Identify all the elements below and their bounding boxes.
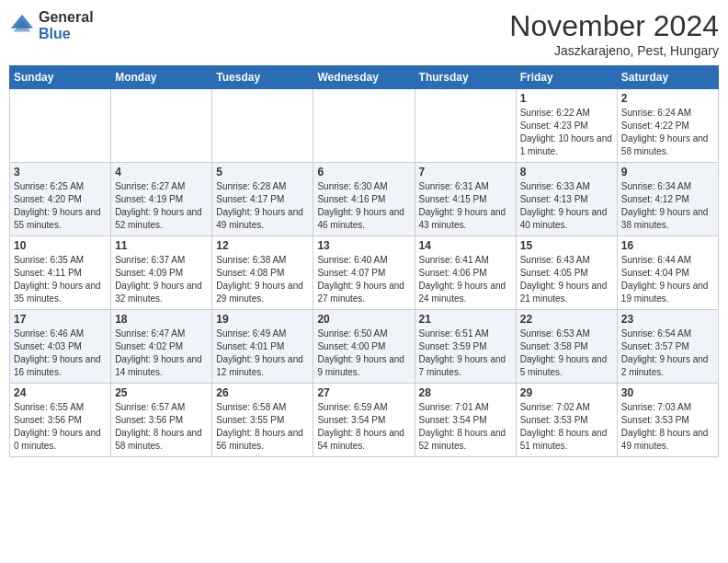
calendar-cell: 12Sunrise: 6:38 AM Sunset: 4:08 PM Dayli…	[212, 236, 313, 310]
day-number: 28	[419, 386, 512, 399]
month-title: November 2024	[509, 9, 719, 43]
day-info: Sunrise: 7:01 AM Sunset: 3:54 PM Dayligh…	[419, 401, 512, 453]
day-info: Sunrise: 6:28 AM Sunset: 4:17 PM Dayligh…	[216, 180, 309, 232]
day-info: Sunrise: 6:37 AM Sunset: 4:09 PM Dayligh…	[115, 254, 208, 305]
day-number: 16	[621, 239, 714, 252]
day-number: 18	[115, 313, 208, 326]
logo-blue: Blue	[39, 26, 94, 42]
day-info: Sunrise: 7:02 AM Sunset: 3:53 PM Dayligh…	[520, 401, 613, 453]
calendar-cell: 24Sunrise: 6:55 AM Sunset: 3:56 PM Dayli…	[10, 384, 111, 457]
day-info: Sunrise: 6:54 AM Sunset: 3:57 PM Dayligh…	[621, 327, 714, 379]
day-number: 10	[14, 239, 107, 252]
day-number: 14	[419, 239, 512, 252]
day-number: 25	[115, 386, 208, 399]
calendar-cell: 3Sunrise: 6:25 AM Sunset: 4:20 PM Daylig…	[10, 163, 111, 236]
day-info: Sunrise: 6:50 AM Sunset: 4:00 PM Dayligh…	[317, 327, 410, 379]
day-number: 11	[115, 239, 208, 252]
weekday-header: Wednesday	[313, 66, 415, 89]
day-info: Sunrise: 6:49 AM Sunset: 4:01 PM Dayligh…	[216, 327, 309, 379]
day-info: Sunrise: 6:44 AM Sunset: 4:04 PM Dayligh…	[621, 254, 714, 305]
logo: General Blue	[9, 9, 94, 41]
day-number: 6	[317, 166, 410, 178]
day-info: Sunrise: 6:34 AM Sunset: 4:12 PM Dayligh…	[621, 180, 714, 232]
logo-icon	[9, 13, 35, 39]
day-info: Sunrise: 6:47 AM Sunset: 4:02 PM Dayligh…	[115, 327, 208, 379]
calendar-cell	[111, 89, 212, 163]
day-info: Sunrise: 6:22 AM Sunset: 4:23 PM Dayligh…	[520, 107, 613, 158]
day-info: Sunrise: 6:53 AM Sunset: 3:58 PM Dayligh…	[520, 327, 613, 379]
calendar-week-row: 1Sunrise: 6:22 AM Sunset: 4:23 PM Daylig…	[10, 89, 719, 163]
day-number: 13	[317, 239, 410, 252]
day-number: 3	[14, 166, 107, 178]
calendar-cell: 8Sunrise: 6:33 AM Sunset: 4:13 PM Daylig…	[516, 163, 617, 236]
day-number: 15	[520, 239, 613, 252]
calendar-table: SundayMondayTuesdayWednesdayThursdayFrid…	[9, 65, 719, 457]
day-info: Sunrise: 6:30 AM Sunset: 4:16 PM Dayligh…	[317, 180, 410, 232]
day-info: Sunrise: 7:03 AM Sunset: 3:53 PM Dayligh…	[621, 401, 714, 453]
day-number: 5	[216, 166, 309, 178]
calendar-cell	[415, 89, 516, 163]
day-info: Sunrise: 6:31 AM Sunset: 4:15 PM Dayligh…	[419, 180, 512, 232]
day-info: Sunrise: 6:40 AM Sunset: 4:07 PM Dayligh…	[317, 254, 410, 305]
day-number: 23	[621, 313, 714, 326]
calendar-cell: 9Sunrise: 6:34 AM Sunset: 4:12 PM Daylig…	[617, 163, 718, 236]
day-info: Sunrise: 6:24 AM Sunset: 4:22 PM Dayligh…	[621, 107, 714, 158]
day-number: 27	[317, 386, 410, 399]
calendar-cell: 26Sunrise: 6:58 AM Sunset: 3:55 PM Dayli…	[212, 384, 313, 457]
day-info: Sunrise: 6:33 AM Sunset: 4:13 PM Dayligh…	[520, 180, 613, 232]
calendar-cell: 21Sunrise: 6:51 AM Sunset: 3:59 PM Dayli…	[415, 310, 516, 384]
calendar-week-row: 17Sunrise: 6:46 AM Sunset: 4:03 PM Dayli…	[10, 310, 719, 384]
day-info: Sunrise: 6:59 AM Sunset: 3:54 PM Dayligh…	[317, 401, 410, 453]
page-header: General Blue November 2024 Jaszkarajeno,…	[9, 9, 719, 58]
calendar-cell: 22Sunrise: 6:53 AM Sunset: 3:58 PM Dayli…	[516, 310, 617, 384]
day-number: 12	[216, 239, 309, 252]
weekday-header: Friday	[516, 66, 617, 89]
calendar-cell: 17Sunrise: 6:46 AM Sunset: 4:03 PM Dayli…	[10, 310, 111, 384]
calendar-cell: 29Sunrise: 7:02 AM Sunset: 3:53 PM Dayli…	[516, 384, 617, 457]
day-number: 24	[14, 386, 107, 399]
day-number: 22	[520, 313, 613, 326]
day-number: 19	[216, 313, 309, 326]
day-number: 2	[621, 92, 714, 105]
weekday-header: Tuesday	[212, 66, 313, 89]
calendar-cell: 5Sunrise: 6:28 AM Sunset: 4:17 PM Daylig…	[212, 163, 313, 236]
calendar-cell: 19Sunrise: 6:49 AM Sunset: 4:01 PM Dayli…	[212, 310, 313, 384]
day-number: 20	[317, 313, 410, 326]
calendar-cell: 15Sunrise: 6:43 AM Sunset: 4:05 PM Dayli…	[516, 236, 617, 310]
day-number: 30	[621, 386, 714, 399]
location: Jaszkarajeno, Pest, Hungary	[509, 43, 719, 58]
day-info: Sunrise: 6:57 AM Sunset: 3:56 PM Dayligh…	[115, 401, 208, 453]
day-info: Sunrise: 6:27 AM Sunset: 4:19 PM Dayligh…	[115, 180, 208, 232]
calendar-cell	[313, 89, 415, 163]
logo-general: General	[39, 9, 94, 26]
calendar-cell: 18Sunrise: 6:47 AM Sunset: 4:02 PM Dayli…	[111, 310, 212, 384]
weekday-header: Thursday	[415, 66, 516, 89]
calendar-week-row: 3Sunrise: 6:25 AM Sunset: 4:20 PM Daylig…	[10, 163, 719, 236]
calendar-cell: 11Sunrise: 6:37 AM Sunset: 4:09 PM Dayli…	[111, 236, 212, 310]
calendar-cell: 7Sunrise: 6:31 AM Sunset: 4:15 PM Daylig…	[415, 163, 516, 236]
calendar-cell: 28Sunrise: 7:01 AM Sunset: 3:54 PM Dayli…	[415, 384, 516, 457]
calendar-cell: 6Sunrise: 6:30 AM Sunset: 4:16 PM Daylig…	[313, 163, 415, 236]
weekday-header: Saturday	[617, 66, 718, 89]
day-number: 4	[115, 166, 208, 178]
day-number: 17	[14, 313, 107, 326]
calendar-cell: 27Sunrise: 6:59 AM Sunset: 3:54 PM Dayli…	[313, 384, 415, 457]
weekday-header: Monday	[111, 66, 212, 89]
calendar-cell: 25Sunrise: 6:57 AM Sunset: 3:56 PM Dayli…	[111, 384, 212, 457]
day-info: Sunrise: 6:43 AM Sunset: 4:05 PM Dayligh…	[520, 254, 613, 305]
day-info: Sunrise: 6:41 AM Sunset: 4:06 PM Dayligh…	[419, 254, 512, 305]
weekday-header-row: SundayMondayTuesdayWednesdayThursdayFrid…	[10, 66, 719, 89]
weekday-header: Sunday	[10, 66, 111, 89]
day-number: 9	[621, 166, 714, 178]
calendar-cell	[212, 89, 313, 163]
day-info: Sunrise: 6:58 AM Sunset: 3:55 PM Dayligh…	[216, 401, 309, 453]
logo-text: General Blue	[39, 9, 94, 41]
day-info: Sunrise: 6:35 AM Sunset: 4:11 PM Dayligh…	[14, 254, 107, 305]
calendar-week-row: 10Sunrise: 6:35 AM Sunset: 4:11 PM Dayli…	[10, 236, 719, 310]
day-info: Sunrise: 6:25 AM Sunset: 4:20 PM Dayligh…	[14, 180, 107, 232]
title-block: November 2024 Jaszkarajeno, Pest, Hungar…	[509, 9, 719, 58]
calendar-cell: 14Sunrise: 6:41 AM Sunset: 4:06 PM Dayli…	[415, 236, 516, 310]
day-number: 8	[520, 166, 613, 178]
calendar-cell: 10Sunrise: 6:35 AM Sunset: 4:11 PM Dayli…	[10, 236, 111, 310]
day-number: 1	[520, 92, 613, 105]
